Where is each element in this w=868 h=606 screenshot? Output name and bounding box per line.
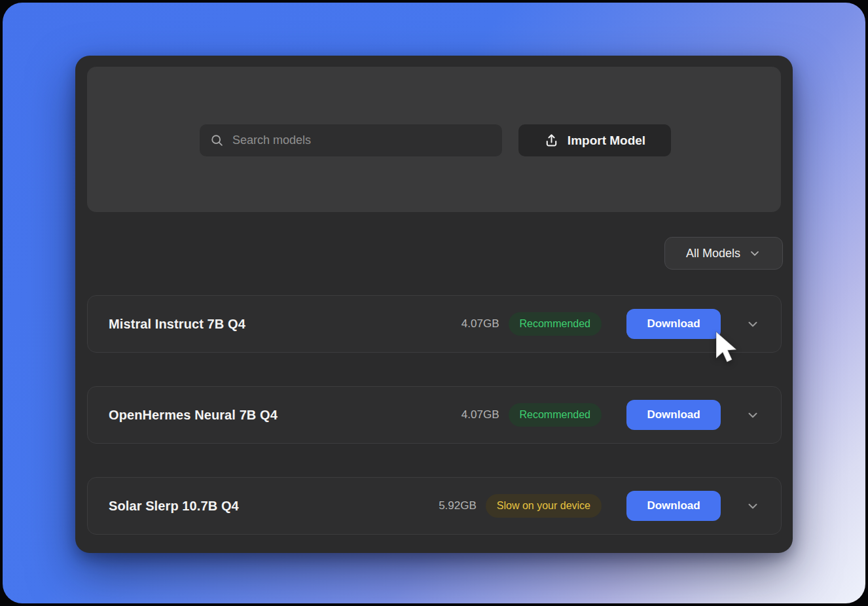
import-model-label: Import Model bbox=[568, 134, 645, 148]
header-panel: Import Model bbox=[87, 67, 781, 212]
import-model-button[interactable]: Import Model bbox=[518, 124, 671, 156]
search-icon bbox=[210, 134, 225, 148]
model-browser-window: Import Model All Models Mistral Instruct… bbox=[75, 56, 793, 553]
chevron-down-icon[interactable] bbox=[746, 408, 760, 422]
download-button[interactable]: Download bbox=[626, 491, 721, 521]
model-name: Solar Slerp 10.7B Q4 bbox=[109, 499, 439, 514]
chevron-down-icon bbox=[748, 247, 761, 260]
model-filter-label: All Models bbox=[686, 247, 740, 260]
model-filter-dropdown[interactable]: All Models bbox=[664, 237, 783, 270]
screenshot-root: Import Model All Models Mistral Instruct… bbox=[0, 0, 868, 606]
model-size: 4.07GB bbox=[461, 408, 499, 421]
model-size: 4.07GB bbox=[461, 317, 499, 330]
upload-icon bbox=[544, 133, 559, 148]
download-button[interactable]: Download bbox=[626, 309, 721, 339]
model-name: OpenHermes Neural 7B Q4 bbox=[109, 408, 461, 423]
chevron-down-icon[interactable] bbox=[746, 499, 760, 513]
model-name: Mistral Instruct 7B Q4 bbox=[109, 317, 461, 332]
model-row: Mistral Instruct 7B Q4 4.07GB Recommende… bbox=[87, 295, 782, 353]
status-badge: Recommended bbox=[509, 312, 602, 336]
download-button[interactable]: Download bbox=[626, 400, 721, 430]
search-input[interactable] bbox=[232, 134, 492, 147]
status-badge: Recommended bbox=[509, 403, 602, 427]
search-box[interactable] bbox=[200, 124, 502, 156]
chevron-down-icon[interactable] bbox=[746, 317, 760, 331]
model-size: 5.92GB bbox=[439, 499, 477, 512]
model-row: Solar Slerp 10.7B Q4 5.92GB Slow on your… bbox=[87, 477, 782, 535]
status-badge: Slow on your device bbox=[486, 494, 602, 518]
model-row: OpenHermes Neural 7B Q4 4.07GB Recommend… bbox=[87, 386, 782, 444]
